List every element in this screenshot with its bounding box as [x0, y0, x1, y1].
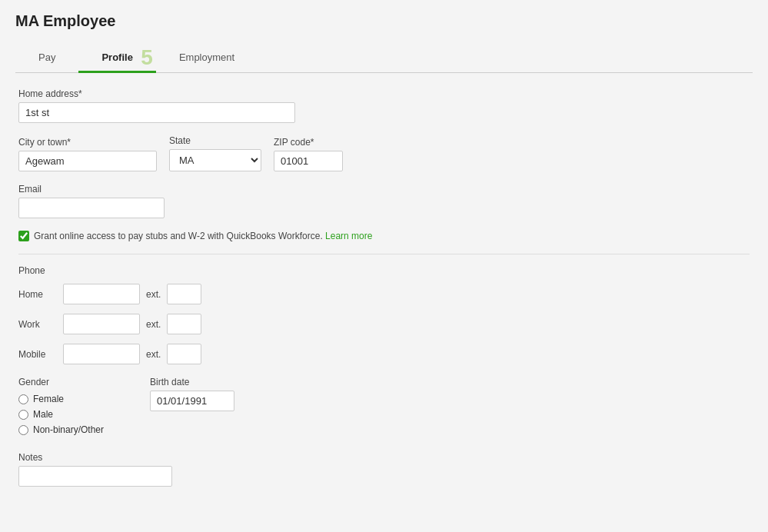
gender-nonbinary-label[interactable]: Non-binary/Other	[33, 424, 104, 435]
gender-section: Gender Female Male Non-binary/Other	[18, 377, 104, 440]
zip-input[interactable]	[274, 151, 343, 171]
workforce-checkbox[interactable]	[18, 231, 29, 241]
email-label: Email	[18, 184, 750, 195]
city-state-zip-row: City or town* State MA AL AK AZ CA CO CT…	[18, 135, 750, 171]
gender-label: Gender	[18, 377, 104, 387]
notes-label: Notes	[18, 452, 750, 463]
gender-nonbinary-option: Non-binary/Other	[18, 424, 104, 435]
phone-section: Phone Home ext. Work ext. Mobile ext.	[18, 265, 750, 364]
page-title: MA Employee	[15, 12, 753, 30]
tab-employment[interactable]: Employment	[156, 42, 258, 72]
gender-female-radio[interactable]	[18, 394, 28, 404]
workforce-label[interactable]: Grant online access to pay stubs and W-2…	[34, 231, 372, 241]
mobile-phone-input[interactable]	[63, 344, 140, 364]
gender-birth-row: Gender Female Male Non-binary/Other Birt…	[18, 377, 750, 440]
mobile-phone-row: Mobile ext.	[18, 344, 750, 364]
gender-male-radio[interactable]	[18, 410, 28, 420]
home-ext-label: ext.	[146, 289, 161, 300]
gender-male-label[interactable]: Male	[33, 409, 53, 420]
state-select[interactable]: MA AL AK AZ CA CO CT NY TX	[169, 149, 261, 171]
home-ext-input[interactable]	[167, 284, 201, 304]
state-field: State MA AL AK AZ CA CO CT NY TX	[169, 135, 261, 171]
work-phone-input[interactable]	[63, 314, 140, 334]
mobile-ext-input[interactable]	[167, 344, 201, 364]
phone-section-label: Phone	[18, 265, 750, 276]
birth-date-section: Birth date	[150, 377, 234, 411]
tab-pay[interactable]: Pay	[15, 42, 78, 72]
work-ext-input[interactable]	[167, 314, 201, 334]
workforce-checkbox-row: Grant online access to pay stubs and W-2…	[18, 231, 750, 241]
learn-more-link[interactable]: Learn more	[325, 231, 372, 241]
home-phone-input[interactable]	[63, 284, 140, 304]
zip-field: ZIP code*	[274, 137, 343, 171]
gender-female-label[interactable]: Female	[33, 394, 64, 404]
profile-form: Home address* City or town* State MA AL …	[15, 88, 753, 487]
home-address-group: Home address*	[18, 88, 750, 123]
gender-nonbinary-radio[interactable]	[18, 425, 28, 435]
page-wrapper: MA Employee Pay Profile 5 Employment Hom…	[0, 0, 768, 532]
step-badge: 5	[141, 47, 153, 68]
birth-date-input[interactable]	[150, 391, 234, 411]
work-phone-label: Work	[18, 319, 57, 330]
mobile-ext-label: ext.	[146, 349, 161, 360]
gender-male-option: Male	[18, 409, 104, 420]
email-input[interactable]	[18, 198, 165, 218]
city-input[interactable]	[18, 151, 157, 171]
email-group: Email	[18, 184, 750, 218]
birth-date-label: Birth date	[150, 377, 234, 387]
state-label: State	[169, 135, 261, 146]
notes-section: Notes	[18, 452, 750, 487]
tabs-container: Pay Profile 5 Employment	[15, 42, 753, 73]
zip-label: ZIP code*	[274, 137, 343, 148]
tab-profile[interactable]: Profile 5	[78, 42, 155, 72]
home-phone-row: Home ext.	[18, 284, 750, 304]
city-field: City or town*	[18, 137, 157, 171]
notes-input[interactable]	[18, 466, 172, 487]
city-label: City or town*	[18, 137, 157, 148]
work-phone-row: Work ext.	[18, 314, 750, 334]
home-phone-label: Home	[18, 289, 57, 300]
divider	[18, 254, 750, 254]
mobile-phone-label: Mobile	[18, 349, 57, 360]
home-address-label: Home address*	[18, 88, 750, 99]
gender-female-option: Female	[18, 394, 104, 404]
home-address-input[interactable]	[18, 102, 295, 123]
work-ext-label: ext.	[146, 319, 161, 330]
